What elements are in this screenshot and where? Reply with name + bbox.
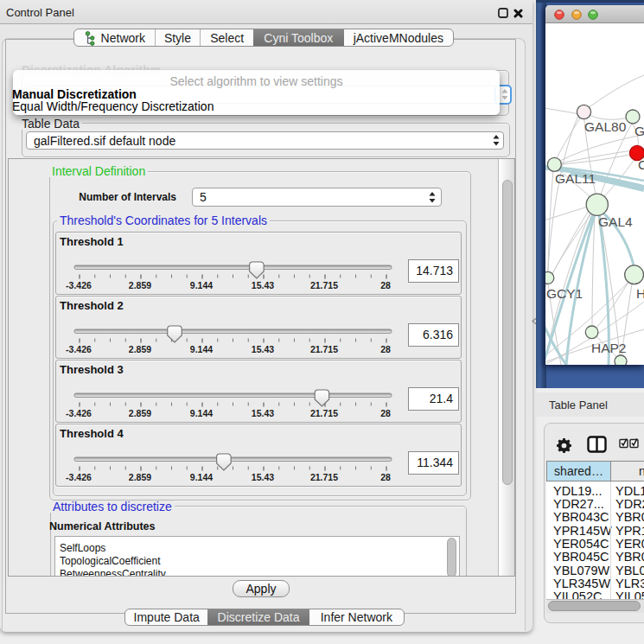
svg-text:CD: CD bbox=[638, 157, 644, 172]
svg-text:9.144: 9.144 bbox=[190, 408, 213, 418]
svg-text:15.43: 15.43 bbox=[252, 472, 274, 482]
svg-text:2.859: 2.859 bbox=[129, 344, 151, 354]
svg-text:2.859: 2.859 bbox=[129, 472, 151, 482]
svg-text:9.144: 9.144 bbox=[190, 472, 213, 482]
svg-text:GCY1: GCY1 bbox=[546, 286, 583, 301]
svg-text:28: 28 bbox=[380, 344, 391, 354]
svg-text:21.715: 21.715 bbox=[310, 280, 338, 290]
svg-text:GAL11: GAL11 bbox=[555, 171, 596, 186]
svg-text:28: 28 bbox=[380, 408, 391, 418]
svg-text:H: H bbox=[636, 286, 644, 301]
svg-text:-3.426: -3.426 bbox=[66, 472, 92, 482]
svg-text:2.859: 2.859 bbox=[129, 280, 151, 290]
svg-text:GA: GA bbox=[634, 124, 644, 138]
svg-text:GAL80: GAL80 bbox=[584, 119, 627, 134]
svg-text:21.715: 21.715 bbox=[310, 344, 338, 354]
svg-text:21.715: 21.715 bbox=[310, 408, 338, 418]
svg-text:21.715: 21.715 bbox=[310, 472, 338, 482]
svg-text:-3.426: -3.426 bbox=[66, 344, 92, 354]
svg-text:9.144: 9.144 bbox=[190, 344, 213, 354]
svg-text:15.43: 15.43 bbox=[252, 408, 274, 418]
svg-text:28: 28 bbox=[380, 280, 391, 290]
svg-text:15.43: 15.43 bbox=[252, 344, 274, 354]
svg-text:28: 28 bbox=[380, 472, 391, 482]
svg-text:15.43: 15.43 bbox=[252, 280, 274, 290]
svg-text:-3.426: -3.426 bbox=[66, 280, 92, 290]
svg-text:2.859: 2.859 bbox=[129, 408, 151, 418]
svg-text:HAP2: HAP2 bbox=[591, 341, 627, 355]
svg-text:-3.426: -3.426 bbox=[66, 408, 92, 418]
svg-text:9.144: 9.144 bbox=[190, 280, 213, 290]
svg-text:GAL4: GAL4 bbox=[598, 214, 633, 229]
